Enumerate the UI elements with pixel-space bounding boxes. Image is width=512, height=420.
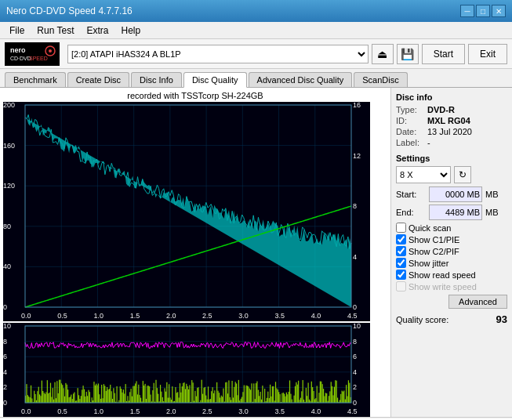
show-c2pif-label: Show C2/PIF (409, 247, 459, 256)
svg-point-5 (49, 49, 52, 52)
show-read-speed-checkbox[interactable] (396, 270, 406, 280)
svg-text:CD·DVD: CD·DVD (10, 56, 31, 61)
menubar: File Run Test Extra Help (0, 22, 512, 39)
end-mb-row: End: MB (396, 205, 507, 220)
jitter-chart (3, 323, 370, 417)
disc-date-label: Date: (396, 127, 427, 136)
disc-label-value: - (427, 138, 430, 147)
close-button[interactable]: ✕ (492, 5, 506, 17)
menu-run-test[interactable]: Run Test (31, 24, 80, 38)
svg-text:nero: nero (10, 46, 26, 54)
settings-title: Settings (396, 154, 507, 163)
speed-row: Maximum1 X2 X4 X8 X12 X16 X ↻ (396, 166, 507, 183)
refresh-button[interactable]: ↻ (454, 166, 471, 183)
svg-text:SPEED: SPEED (29, 56, 48, 61)
show-c2pif-checkbox[interactable] (396, 246, 406, 256)
toolbar: nero CD·DVD SPEED [2:0] ATAPI iHAS324 A … (0, 39, 512, 69)
main-chart (3, 102, 370, 321)
eject-button[interactable]: ⏏ (372, 44, 394, 64)
settings-section: Settings Maximum1 X2 X4 X8 X12 X16 X ↻ S… (396, 154, 507, 325)
show-write-speed-row: Show write speed (396, 281, 507, 291)
disc-label-label: Label: (396, 138, 427, 147)
nero-logo: nero CD·DVD SPEED (5, 42, 60, 66)
quick-scan-row: Quick scan (396, 223, 507, 233)
disc-date-row: Date: 13 Jul 2020 (396, 127, 507, 136)
show-read-speed-row: Show read speed (396, 270, 507, 280)
disc-type-label: Type: (396, 105, 427, 114)
right-panel: Disc info Type: DVD-R ID: MXL RG04 Date:… (390, 88, 512, 417)
disc-type-value: DVD-R (427, 105, 455, 114)
save-button[interactable]: 💾 (397, 44, 419, 64)
quality-score-label: Quality score: (396, 315, 496, 324)
start-button[interactable]: Start (422, 44, 465, 64)
disc-info-title: Disc info (396, 92, 507, 102)
exit-button[interactable]: Exit (468, 44, 507, 64)
disc-id-label: ID: (396, 116, 427, 125)
show-write-speed-checkbox[interactable] (396, 281, 406, 291)
bottom-area: PI Errors Average: 26.07 Maximum: 156 To… (0, 417, 512, 420)
maximize-button[interactable]: □ (476, 5, 490, 17)
titlebar-title: Nero CD-DVD Speed 4.7.7.16 (6, 5, 133, 16)
titlebar-controls: ─ □ ✕ (460, 5, 506, 17)
end-label: End: (396, 208, 426, 217)
tab-benchmark[interactable]: Benchmark (5, 72, 66, 87)
quality-score-row: Quality score: 93 (396, 313, 507, 325)
start-mb-row: Start: MB (396, 186, 507, 202)
disc-id-value: MXL RG04 (427, 116, 470, 125)
start-label: Start: (396, 190, 426, 199)
menu-help[interactable]: Help (115, 24, 147, 38)
show-jitter-label: Show jitter (409, 259, 448, 268)
minimize-button[interactable]: ─ (460, 5, 474, 17)
tab-create-disc[interactable]: Create Disc (67, 72, 129, 87)
quick-scan-checkbox[interactable] (396, 223, 406, 233)
speed-select[interactable]: Maximum1 X2 X4 X8 X12 X16 X (396, 166, 451, 183)
tab-advanced-disc-quality[interactable]: Advanced Disc Quality (249, 72, 353, 87)
titlebar: Nero CD-DVD Speed 4.7.7.16 ─ □ ✕ (0, 0, 512, 22)
show-write-speed-label: Show write speed (409, 282, 477, 291)
tab-scandisc[interactable]: ScanDisc (354, 72, 407, 87)
end-input[interactable] (429, 205, 482, 220)
advanced-button[interactable]: Advanced (448, 295, 507, 309)
quick-scan-label: Quick scan (409, 223, 451, 233)
show-jitter-row: Show jitter (396, 258, 507, 268)
tab-disc-quality[interactable]: Disc Quality (183, 72, 247, 88)
show-read-speed-label: Show read speed (409, 270, 476, 280)
disc-date-value: 13 Jul 2020 (427, 127, 472, 136)
disc-label-row: Label: - (396, 138, 507, 147)
show-c2pif-row: Show C2/PIF (396, 246, 507, 256)
start-input[interactable] (429, 186, 482, 202)
show-jitter-checkbox[interactable] (396, 258, 406, 268)
main-content: recorded with TSSTcorp SH-224GB Disc inf… (0, 88, 512, 417)
drive-select[interactable]: [2:0] ATAPI iHAS324 A BL1P (67, 45, 369, 63)
show-c1pie-row: Show C1/PIE (396, 234, 507, 244)
end-unit: MB (485, 208, 499, 217)
start-unit: MB (485, 190, 499, 199)
show-c1pie-checkbox[interactable] (396, 234, 406, 244)
tabs: Benchmark Create Disc Disc Info Disc Qua… (0, 69, 512, 88)
menu-extra[interactable]: Extra (80, 24, 114, 38)
tab-disc-info[interactable]: Disc Info (131, 72, 182, 87)
menu-file[interactable]: File (3, 24, 31, 38)
show-c1pie-label: Show C1/PIE (409, 235, 459, 244)
chart-area: recorded with TSSTcorp SH-224GB (0, 88, 390, 417)
disc-type-row: Type: DVD-R (396, 105, 507, 114)
quality-score-value: 93 (496, 313, 507, 325)
chart-title: recorded with TSSTcorp SH-224GB (3, 91, 387, 100)
disc-id-row: ID: MXL RG04 (396, 116, 507, 125)
